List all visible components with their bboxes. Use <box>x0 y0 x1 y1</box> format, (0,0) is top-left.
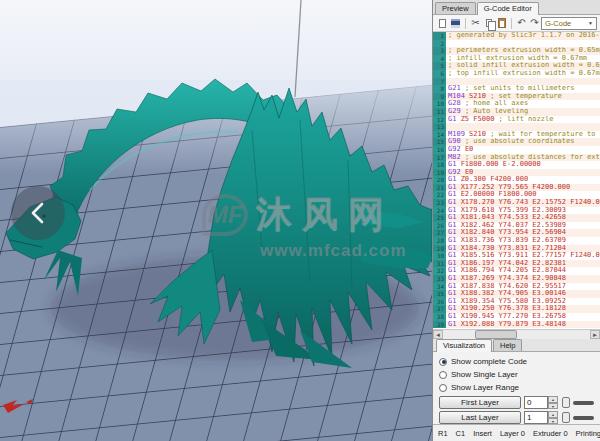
radio-icon[interactable] <box>439 358 447 366</box>
prev-arrow-button[interactable] <box>11 186 65 240</box>
undo-button[interactable]: ↶ <box>515 17 528 30</box>
gcode-line[interactable]: 28G1 X183.736 Y73.839 E2.63709 <box>433 237 600 245</box>
gcode-lines: 1; generated by Slic3r 1.1.7 on 2016-23;… <box>433 32 600 328</box>
scroll-left-icon[interactable]: ◄ <box>433 330 443 339</box>
scrollbar-thumb[interactable] <box>475 330 517 339</box>
horizontal-scrollbar[interactable]: ◄ ► <box>433 329 600 339</box>
gcode-line[interactable]: 33G1 X187.269 Y74.374 E2.90848 <box>433 275 600 283</box>
line-number: 14 <box>433 131 446 139</box>
tab-help[interactable]: Help <box>493 339 522 351</box>
gcode-line[interactable]: 4; infill extrusion width = 0.67mm <box>433 55 600 63</box>
line-number: 22 <box>433 191 446 199</box>
gcode-line[interactable]: 5; solid infill extrusion width = 0.67mm <box>433 62 600 70</box>
gcode-line[interactable]: 3; perimeters extrusion width = 0.65mm <box>433 47 600 55</box>
gcode-line[interactable]: 16G92 E0 <box>433 146 600 154</box>
slider-thumb[interactable] <box>562 412 570 423</box>
last-layer-button[interactable]: Last Layer <box>439 411 521 424</box>
gcode-line[interactable]: 17M82 ; use absolute distances for extru… <box>433 154 600 162</box>
3d-viewport[interactable]: MF 沐风网 www.mfcad.com <box>0 0 432 441</box>
first-layer-button[interactable]: First Layer <box>439 396 521 409</box>
gcode-line[interactable]: 1; generated by Slic3r 1.1.7 on 2016- <box>433 32 600 40</box>
gcode-line[interactable]: 27G1 X182.840 Y73.954 E2.56904 <box>433 229 600 237</box>
cut-icon: ✂ <box>471 18 479 28</box>
slider-thumb[interactable] <box>562 397 570 408</box>
gcode-line[interactable]: 39G1 X192.088 Y79.879 E3.48148 <box>433 321 600 329</box>
gcode-line[interactable]: 30G1 X185.516 Y73.911 E2.77157 F1240.000 <box>433 252 600 260</box>
last-layer-spinner[interactable]: 1 ▲ ▼ <box>524 411 558 424</box>
radio-option[interactable]: Show Layer Range <box>439 381 596 394</box>
gcode-line[interactable]: 32G1 X186.794 Y74.205 E2.87044 <box>433 267 600 275</box>
chevron-down-icon: ▼ <box>588 20 593 26</box>
radio-label: Show complete Code <box>451 357 527 366</box>
save-button[interactable] <box>449 17 462 30</box>
gcode-line[interactable]: 19G92 E0 <box>433 169 600 177</box>
gcode-line[interactable]: 37G1 X190.250 Y76.378 E3.18128 <box>433 305 600 313</box>
slider-track <box>573 416 594 420</box>
line-number: 7 <box>433 78 446 86</box>
gcode-editor[interactable]: 1; generated by Slic3r 1.1.7 on 2016-23;… <box>433 32 600 329</box>
gcode-line[interactable]: 6; top infill extrusion width = 0.67mm <box>433 70 600 78</box>
gcode-line[interactable]: 7 <box>433 78 600 86</box>
toolbar-separator <box>511 18 512 29</box>
radio-option[interactable]: Show complete Code <box>439 355 596 368</box>
gcode-line[interactable]: 20G1 Z0.300 F4200.000 <box>433 176 600 184</box>
gcode-line[interactable]: 10G28 ; home all axes <box>433 100 600 108</box>
gcode-line[interactable]: 35G1 X188.382 Y74.905 E3.00146 <box>433 290 600 298</box>
line-number: 15 <box>433 138 446 146</box>
tab-preview[interactable]: Preview <box>435 2 476 14</box>
save-icon <box>451 19 460 28</box>
line-number: 2 <box>433 40 446 48</box>
scroll-right-icon[interactable]: ► <box>590 330 600 339</box>
radio-icon[interactable] <box>439 371 447 379</box>
line-number: 5 <box>433 62 446 70</box>
gcode-line[interactable]: 29G1 X184.730 Y73.831 E2.71204 <box>433 245 600 253</box>
line-number: 30 <box>433 252 446 260</box>
first-layer-spinner[interactable]: 0 ▲ ▼ <box>524 396 558 409</box>
line-number: 29 <box>433 245 446 253</box>
gcode-line[interactable]: 25G1 X181.043 Y74.533 E2.42658 <box>433 214 600 222</box>
first-layer-slider[interactable] <box>561 396 596 409</box>
gcode-line[interactable]: 14M109 S210 ; wait for temperature to be… <box>433 131 600 139</box>
cut-button[interactable]: ✂ <box>469 17 482 30</box>
last-layer-value[interactable]: 1 <box>524 411 548 424</box>
gcode-line[interactable]: 22G1 E2.00000 F1800.000 <box>433 191 600 199</box>
gcode-line[interactable]: 34G1 X187.838 Y74.620 E2.95517 <box>433 283 600 291</box>
radio-group: Show complete CodeShow Single LayerShow … <box>439 355 596 394</box>
new-file-button[interactable] <box>436 17 449 30</box>
paste-button[interactable] <box>495 17 508 30</box>
spinner-down-icon[interactable]: ▼ <box>548 403 558 410</box>
visualization-tabbar: Visualization Help <box>433 339 600 352</box>
gcode-line[interactable]: 26G1 X182.462 Y74.037 E2.53989 <box>433 222 600 230</box>
gcode-line[interactable]: 21G1 X177.252 Y79.565 F4200.000 <box>433 184 600 192</box>
gcode-line[interactable]: 2 <box>433 40 600 48</box>
first-layer-row: First Layer 0 ▲ ▼ <box>439 396 596 409</box>
gcode-line[interactable]: 31G1 X186.197 Y74.042 E2.82381 <box>433 260 600 268</box>
toolbar-separator <box>465 18 466 29</box>
line-number: 9 <box>433 93 446 101</box>
gcode-line[interactable]: 8G21 ; set units to millimeters <box>433 85 600 93</box>
line-number: 27 <box>433 229 446 237</box>
radio-option[interactable]: Show Single Layer <box>439 368 596 381</box>
gcode-line[interactable]: 9M104 S210 ; set temperature <box>433 93 600 101</box>
gcode-line[interactable]: 36G1 X189.354 Y75.580 E3.09252 <box>433 298 600 306</box>
radio-icon[interactable] <box>439 384 447 392</box>
gcode-line[interactable]: 12G1 Z5 F5000 ; lift nozzle <box>433 116 600 124</box>
tab-visualization[interactable]: Visualization <box>436 339 492 352</box>
line-number: 24 <box>433 207 446 215</box>
copy-button[interactable] <box>482 17 495 30</box>
last-layer-row: Last Layer 1 ▲ ▼ <box>439 411 596 424</box>
last-layer-slider[interactable] <box>561 411 596 424</box>
gcode-type-dropdown[interactable]: G-Code ▼ <box>541 17 597 30</box>
first-layer-value[interactable]: 0 <box>524 396 548 409</box>
line-number: 26 <box>433 222 446 230</box>
gcode-line[interactable]: 23G1 X178.270 Y76.743 E2.15752 F1240.000 <box>433 199 600 207</box>
gcode-line[interactable]: 24G1 X179.618 Y75.399 E2.30093 <box>433 207 600 215</box>
scrollbar-track[interactable] <box>443 330 590 339</box>
gcode-line[interactable]: 11G29 ; Auto leveling <box>433 108 600 116</box>
gcode-line[interactable]: 13 <box>433 123 600 131</box>
redo-button[interactable]: ↷ <box>528 17 541 30</box>
gcode-line[interactable]: 15G90 ; use absolute coordinates <box>433 138 600 146</box>
gcode-line[interactable]: 38G1 X190.945 Y77.270 E3.26758 <box>433 313 600 321</box>
tab-gcode-editor[interactable]: G-Code Editor <box>477 2 539 15</box>
gcode-line[interactable]: 18G1 F1800.000 E-2.00000 <box>433 161 600 169</box>
